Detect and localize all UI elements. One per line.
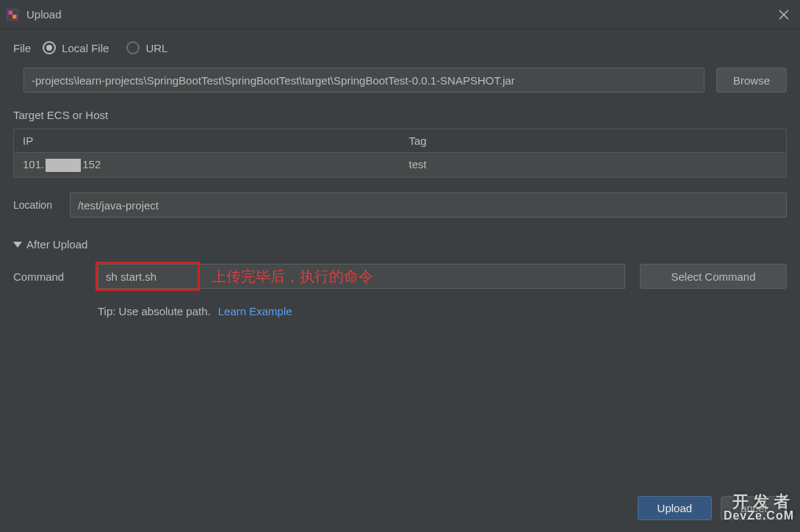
radio-url[interactable]: URL — [126, 41, 167, 54]
table-header: IP Tag — [14, 129, 786, 153]
file-label: File — [13, 42, 31, 54]
close-icon[interactable] — [778, 9, 790, 21]
ip-redacted — [46, 159, 81, 172]
cancel-button[interactable]: ancel — [721, 496, 787, 520]
radio-url-label: URL — [145, 42, 167, 54]
command-row: Command 上传完毕后，执行的命令 Select Command — [13, 264, 787, 289]
radio-selected-icon — [43, 41, 56, 54]
ip-prefix: 101. — [23, 158, 44, 170]
tip-text: Tip: Use absolute path. — [98, 305, 211, 317]
learn-example-link[interactable]: Learn Example — [218, 305, 292, 317]
column-header-ip[interactable]: IP — [14, 129, 400, 152]
radio-local-file[interactable]: Local File — [43, 41, 109, 54]
dialog-titlebar: Upload — [0, 0, 800, 29]
dialog-content: File Local File URL Browse Target ECS or… — [0, 29, 800, 329]
command-input[interactable] — [98, 264, 625, 289]
command-label: Command — [13, 270, 83, 283]
svg-rect-2 — [12, 15, 16, 18]
tip-row: Tip: Use absolute path. Learn Example — [98, 305, 787, 317]
after-upload-header[interactable]: After Upload — [13, 238, 787, 251]
location-label: Location — [13, 199, 52, 211]
browse-button[interactable]: Browse — [716, 68, 787, 93]
dialog-title: Upload — [26, 8, 778, 21]
target-ecs-label: Target ECS or Host — [13, 109, 787, 121]
table-row[interactable]: 101.152 test — [14, 153, 786, 177]
after-upload-label: After Upload — [26, 238, 87, 251]
ip-suffix: 152 — [82, 158, 101, 170]
command-input-wrap: 上传完毕后，执行的命令 — [98, 264, 625, 289]
location-row: Location — [13, 193, 787, 218]
radio-local-file-label: Local File — [62, 42, 109, 54]
target-table: IP Tag 101.152 test — [13, 129, 787, 178]
cell-ip: 101.152 — [14, 153, 400, 177]
location-input[interactable] — [70, 193, 787, 218]
column-header-tag[interactable]: Tag — [400, 129, 787, 152]
file-source-row: File Local File URL — [13, 41, 787, 54]
svg-rect-1 — [9, 10, 12, 14]
upload-button[interactable]: Upload — [638, 496, 713, 520]
chevron-down-icon — [13, 242, 22, 248]
dialog-footer: Upload ancel — [638, 496, 787, 520]
file-source-radio-group: Local File URL — [43, 41, 167, 54]
radio-unselected-icon — [126, 41, 140, 54]
file-path-row: Browse — [13, 68, 787, 93]
app-icon — [6, 8, 19, 21]
select-command-button[interactable]: Select Command — [640, 264, 787, 289]
cell-tag: test — [400, 153, 787, 177]
file-path-input[interactable] — [24, 68, 704, 93]
